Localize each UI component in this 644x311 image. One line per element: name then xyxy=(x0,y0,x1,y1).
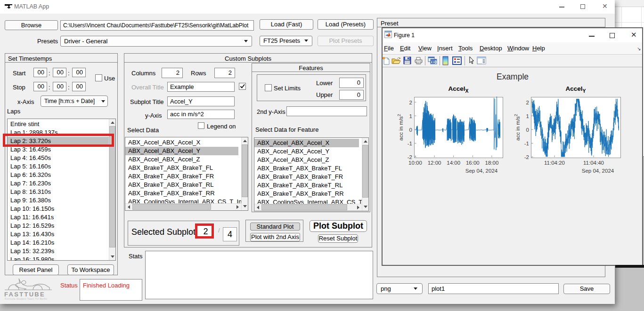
svg-text:Formula Student Team TU Berlin: Formula Student Team TU Berlin xyxy=(5,297,47,300)
